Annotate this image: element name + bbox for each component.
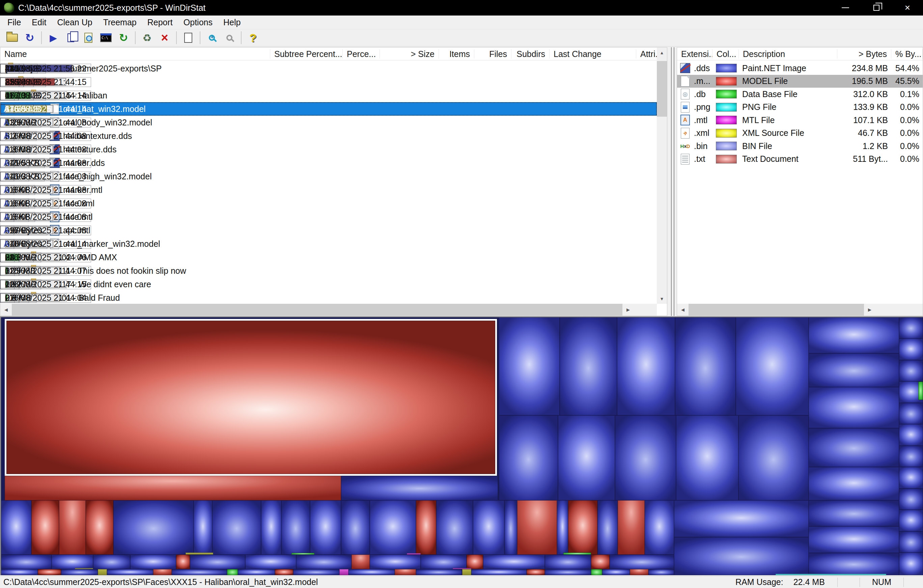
treemap-cell[interactable] (348, 569, 395, 575)
treemap-cell[interactable] (261, 500, 281, 555)
tree-vertical-scrollbar[interactable]: ▲ ▼ (657, 47, 667, 304)
table-row[interactable]: C:\Data\4cc\summer2025-exports\SP[0:00 s… (0, 62, 657, 75)
tree-vscroll-thumb[interactable] (657, 61, 667, 117)
table-row[interactable]: Amarker.mtl0.0%3.6 KB16/08/2025 21:44:08… (0, 183, 657, 197)
scroll-left-icon[interactable]: ◀ (677, 307, 688, 312)
treemap-cell[interactable] (190, 555, 245, 569)
tree-header-subdirs[interactable]: Subdirs (511, 49, 550, 59)
treemap-cell[interactable] (499, 317, 560, 415)
treemap-cell[interactable] (609, 555, 674, 569)
treemap-cell[interactable] (1, 569, 38, 575)
scroll-up-icon[interactable]: ▲ (657, 47, 667, 58)
table-row[interactable]: Aface.mtl0.0%1.5 KB16/08/2025 21:44:08A (0, 210, 657, 224)
treemap-cell[interactable] (407, 553, 421, 555)
ext-header-extensi[interactable]: Extensi... (677, 49, 713, 59)
refresh-button[interactable]: ↻ (115, 30, 132, 46)
table-row[interactable]: −Faces82.3%355.4 MB3553322316/08/2025 21… (0, 75, 657, 88)
treemap-cell[interactable] (736, 317, 809, 415)
treemap-cell[interactable] (918, 382, 923, 400)
treemap-cell[interactable] (339, 569, 348, 575)
tree-header-last-change[interactable]: Last Change (550, 49, 636, 59)
treemap-cell[interactable] (899, 317, 923, 339)
treemap-cell[interactable] (676, 415, 739, 500)
treemap-selected-cell[interactable] (5, 319, 497, 476)
treemap-cell[interactable] (59, 500, 86, 555)
treemap-cell[interactable] (227, 569, 238, 575)
treemap-cell[interactable] (527, 569, 545, 575)
treemap-cell[interactable] (675, 317, 736, 415)
extension-row[interactable]: ».xmlXML Source File46.7 KB0.0% (677, 127, 923, 140)
treemap-cell[interactable] (416, 569, 462, 575)
treemap-cell[interactable] (557, 500, 568, 555)
ext-header-bytes[interactable]: > Bytes (837, 49, 891, 59)
treemap-cell[interactable] (568, 500, 598, 555)
treemap-cell[interactable] (130, 555, 176, 569)
treemap-cell[interactable] (809, 353, 899, 387)
scroll-right-icon[interactable]: ▶ (864, 307, 875, 312)
treemap-cell[interactable] (517, 500, 557, 555)
table-row[interactable]: halibantexture.dds3.2%5.3 MB16/08/2025 2… (0, 129, 657, 142)
treemap-cell[interactable] (436, 500, 473, 555)
table-row[interactable]: oral_hat_win32.model87.6%146.5 MB16/08/2… (0, 102, 657, 116)
treemap-cell[interactable] (563, 553, 591, 554)
treemap-cell[interactable] (238, 569, 274, 575)
treemap-cell[interactable] (615, 415, 676, 500)
minimize-button[interactable] (830, 0, 861, 15)
treemap-cell[interactable] (483, 555, 545, 569)
treemap-cell[interactable] (558, 415, 615, 500)
treemap-cell[interactable] (212, 500, 261, 555)
recycle-bin-button[interactable]: ♻ (138, 30, 156, 46)
treemap-cell[interactable] (809, 387, 899, 428)
extension-row[interactable]: .ddsPaint.NET Image234.8 MB54.4% (677, 62, 923, 75)
zoom-in-button[interactable] (203, 30, 221, 46)
treemap-cell[interactable] (351, 555, 370, 569)
ext-header-description[interactable]: Description (739, 49, 837, 59)
help-button[interactable]: ? (244, 30, 262, 46)
treemap-cell[interactable] (341, 476, 498, 500)
treemap-cell[interactable] (416, 500, 436, 555)
scroll-down-icon[interactable]: ▼ (657, 294, 667, 304)
treemap-cell[interactable] (560, 317, 617, 415)
treemap-cell[interactable] (370, 555, 420, 569)
table-row[interactable]: »face.xml0.0%1.6 KB16/08/2025 21:44:08A (0, 197, 657, 210)
menu-treemap[interactable]: Treemap (98, 15, 142, 29)
treemap-cell[interactable] (504, 500, 517, 555)
table-row[interactable]: +XXX02 - AMD AMX24.8%88.3 MB2323016/08/2… (0, 251, 657, 264)
treemap-cell[interactable] (809, 526, 899, 553)
tree-header-attri[interactable]: Attri. (636, 49, 657, 59)
tree-header-subtree-percent[interactable]: Subtree Percent... (270, 49, 343, 59)
table-row[interactable]: oral_marker_win32.model0.0%340 Bytes16/0… (0, 237, 657, 251)
new-doc-button[interactable] (179, 30, 197, 46)
treemap-cell[interactable] (275, 569, 294, 575)
open-folder-button[interactable] (3, 30, 21, 46)
tree-header-items[interactable]: Items (439, 49, 474, 59)
extension-row[interactable]: .m...MODEL File196.5 MB45.5% (677, 75, 923, 88)
tree-header-size[interactable]: > Size (380, 49, 439, 59)
treemap-cell[interactable] (617, 317, 675, 415)
treemap-cell[interactable] (809, 467, 899, 500)
menu-help[interactable]: Help (218, 15, 246, 29)
treemap-cell[interactable] (1, 555, 52, 569)
treemap-cell[interactable] (453, 568, 471, 569)
treemap-cell[interactable] (395, 569, 416, 575)
treemap-cell[interactable] (602, 569, 630, 575)
delete-button[interactable]: × (156, 30, 173, 46)
table-row[interactable]: +XXX17 - We didnt even care2.9%10.2 MB12… (0, 277, 657, 291)
treemap-cell[interactable] (75, 568, 94, 570)
panel-splitter[interactable] (667, 47, 677, 316)
table-row[interactable]: oral_body_win32.model8.2%13.6 MB16/08/20… (0, 116, 657, 129)
treemap-cell[interactable] (591, 555, 609, 569)
treemap-cell[interactable] (370, 500, 416, 555)
extension-row[interactable]: HxD.binBIN File1.2 KB0.0% (677, 139, 923, 153)
ext-header-by[interactable]: % By... (891, 49, 923, 59)
treemap-cell[interactable] (630, 569, 649, 575)
treemap-cell[interactable] (545, 569, 591, 575)
treemap-cell[interactable] (281, 500, 310, 555)
treemap-cell[interactable] (153, 569, 172, 575)
treemap-cell[interactable] (899, 360, 923, 381)
treemap-cell[interactable] (296, 555, 351, 569)
treemap-cell[interactable] (809, 317, 899, 353)
treemap-cell[interactable] (194, 500, 212, 555)
tree-header-files[interactable]: Files (474, 49, 511, 59)
menu-file[interactable]: File (2, 15, 26, 29)
